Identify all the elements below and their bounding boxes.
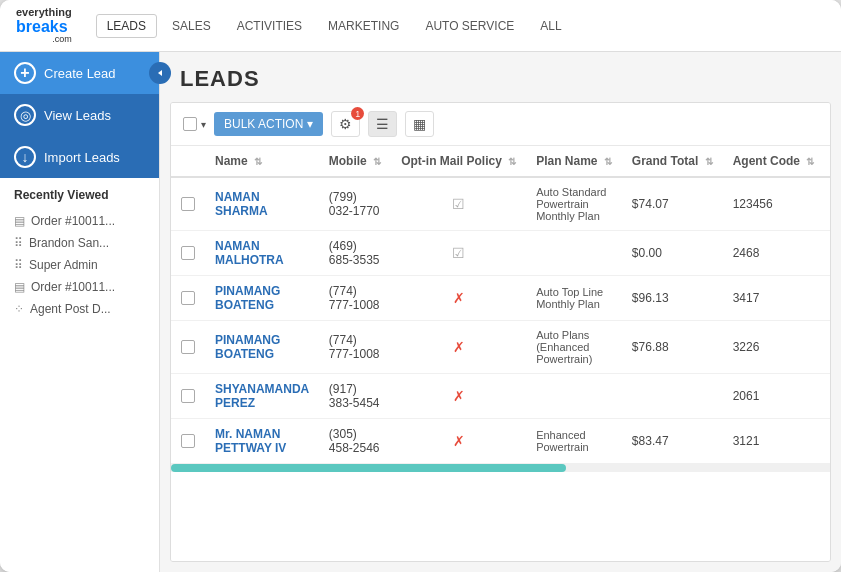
header-agentcode: Agent Code ⇅ <box>723 146 825 177</box>
optin-cross-icon: ✗ <box>453 339 465 355</box>
nav-links: LEADSSALESACTIVITIESMARKETINGAUTO SERVIC… <box>96 14 573 38</box>
row-optin-cell: ✗ <box>391 321 526 374</box>
view-leads-label: View Leads <box>44 108 111 123</box>
row-agentcode-cell: 2061 <box>723 374 825 419</box>
optin-check-icon: ☑ <box>452 245 465 261</box>
row-mobile: (469) 685-3535 <box>329 239 380 267</box>
table-row: NAMAN SHARMA (799) 032-1770 ☑ Auto Stand… <box>171 177 831 231</box>
select-all-checkbox[interactable] <box>183 117 197 131</box>
row-name-cell: Mr. NAMAN PETTWAY IV <box>205 419 319 464</box>
row-name-link[interactable]: Mr. NAMAN PETTWAY IV <box>215 427 286 455</box>
row-planname-cell <box>526 374 622 419</box>
row-name-link[interactable]: NAMAN MALHOTRA <box>215 239 284 267</box>
header-checkbox-col <box>171 146 205 177</box>
table-toolbar: ▾ BULK ACTION ▾ ⚙ 1 ☰ ▦ <box>171 103 830 146</box>
logo-everything: everything <box>16 6 72 18</box>
recent-item-label: Agent Post D... <box>30 302 111 316</box>
row-checkbox[interactable] <box>181 389 195 403</box>
row-checkbox[interactable] <box>181 291 195 305</box>
row-mobile-cell: (469) 685-3535 <box>319 231 391 276</box>
table-row: SHYANAMANDA PEREZ (917) 383-5454 ✗ 2061 … <box>171 374 831 419</box>
row-grandtotal-cell: $76.88 <box>622 321 723 374</box>
table-row: PINAMANG BOATENG (774) 777-1008 ✗ Auto T… <box>171 276 831 321</box>
nav-link-sales[interactable]: SALES <box>161 14 222 38</box>
row-checkbox[interactable] <box>181 434 195 448</box>
sort-icon-grandtotal[interactable]: ⇅ <box>705 156 713 167</box>
row-email-cell: uniquelady154@gmail.com <box>824 276 831 321</box>
leads-table-container: ▾ BULK ACTION ▾ ⚙ 1 ☰ ▦ <box>170 102 831 562</box>
row-mobile-cell: (917) 383-5454 <box>319 374 391 419</box>
svg-marker-0 <box>158 70 162 76</box>
create-lead-button[interactable]: Create Lead <box>0 52 159 94</box>
recent-item-icon: ▤ <box>14 214 25 228</box>
row-name-link[interactable]: SHYANAMANDA PEREZ <box>215 382 309 410</box>
recent-item[interactable]: ⠿Brandon San... <box>14 232 145 254</box>
nav-link-activities[interactable]: ACTIVITIES <box>226 14 313 38</box>
logo-com: .com <box>16 35 72 45</box>
row-name-link[interactable]: NAMAN SHARMA <box>215 190 268 218</box>
recent-item-icon: ⠿ <box>14 236 23 250</box>
view-leads-button[interactable]: View Leads <box>0 94 159 136</box>
import-leads-icon <box>14 146 36 168</box>
row-checkbox[interactable] <box>181 340 195 354</box>
table-row: Mr. NAMAN PETTWAY IV (305) 458-2546 ✗ En… <box>171 419 831 464</box>
row-checkbox-cell <box>171 419 205 464</box>
optin-cross-icon: ✗ <box>453 388 465 404</box>
bulk-action-arrow: ▾ <box>307 117 313 131</box>
recently-viewed-section: Recently Viewed ▤Order #10011...⠿Brandon… <box>0 178 159 326</box>
nav-link-auto-service[interactable]: AUTO SERVICE <box>414 14 525 38</box>
optin-cross-icon: ✗ <box>453 433 465 449</box>
row-checkbox[interactable] <box>181 246 195 260</box>
row-grandtotal-cell <box>622 374 723 419</box>
sidebar: Create Lead View Leads Import Leads Rece… <box>0 52 160 572</box>
row-planname-cell: Auto Standard Powertrain Monthly Plan <box>526 177 622 231</box>
row-checkbox-cell <box>171 374 205 419</box>
row-agentcode-cell: 3417 <box>723 276 825 321</box>
row-name-link[interactable]: PINAMANG BOATENG <box>215 333 280 361</box>
row-grandtotal-cell: $83.47 <box>622 419 723 464</box>
row-mobile: (305) 458-2546 <box>329 427 380 455</box>
select-dropdown-arrow[interactable]: ▾ <box>201 119 206 130</box>
row-mobile: (799) 032-1770 <box>329 190 380 218</box>
recent-item[interactable]: ⠿Super Admin <box>14 254 145 276</box>
scrollbar-thumb[interactable] <box>171 464 566 472</box>
import-leads-button[interactable]: Import Leads <box>0 136 159 178</box>
recent-item-icon: ▤ <box>14 280 25 294</box>
sidebar-collapse-button[interactable] <box>149 62 171 84</box>
sort-icon-name[interactable]: ⇅ <box>254 156 262 167</box>
row-name-cell: PINAMANG BOATENG <box>205 276 319 321</box>
row-planname-cell: Enhanced Powertrain <box>526 419 622 464</box>
sort-icon-agentcode[interactable]: ⇅ <box>806 156 814 167</box>
grid-view-button[interactable]: ▦ <box>405 111 434 137</box>
optin-check-icon: ☑ <box>452 196 465 212</box>
nav-link-all[interactable]: ALL <box>529 14 572 38</box>
row-mobile-cell: (305) 458-2546 <box>319 419 391 464</box>
nav-link-marketing[interactable]: MARKETING <box>317 14 410 38</box>
sort-icon-planname[interactable]: ⇅ <box>604 156 612 167</box>
table-row: PINAMANG BOATENG (774) 777-1008 ✗ Auto P… <box>171 321 831 374</box>
sort-icon-mobile[interactable]: ⇅ <box>373 156 381 167</box>
horizontal-scrollbar[interactable] <box>171 464 830 472</box>
row-name-link[interactable]: PINAMANG BOATENG <box>215 284 280 312</box>
select-all-area: ▾ <box>183 117 206 131</box>
row-mobile: (774) 777-1008 <box>329 333 380 361</box>
row-checkbox-cell <box>171 177 205 231</box>
page-title: LEADS <box>180 66 821 92</box>
list-view-button[interactable]: ☰ <box>368 111 397 137</box>
view-leads-icon <box>14 104 36 126</box>
recent-item[interactable]: ▤Order #10011... <box>14 276 145 298</box>
recent-item[interactable]: ⁘Agent Post D... <box>14 298 145 320</box>
header-optin: Opt-in Mail Policy ⇅ <box>391 146 526 177</box>
recently-viewed-title: Recently Viewed <box>14 188 145 202</box>
bulk-action-button[interactable]: BULK ACTION ▾ <box>214 112 323 136</box>
nav-link-leads[interactable]: LEADS <box>96 14 157 38</box>
recent-item[interactable]: ▤Order #10011... <box>14 210 145 232</box>
row-checkbox[interactable] <box>181 197 195 211</box>
app-logo: everything breaks .com <box>16 6 72 46</box>
top-navigation: everything breaks .com LEADSSALESACTIVIT… <box>0 0 841 52</box>
row-mobile-cell: (774) 777-1008 <box>319 276 391 321</box>
row-mobile-cell: (799) 032-1770 <box>319 177 391 231</box>
row-agentcode-cell: 2468 <box>723 231 825 276</box>
optin-cross-icon: ✗ <box>453 290 465 306</box>
sort-icon-optin[interactable]: ⇅ <box>508 156 516 167</box>
